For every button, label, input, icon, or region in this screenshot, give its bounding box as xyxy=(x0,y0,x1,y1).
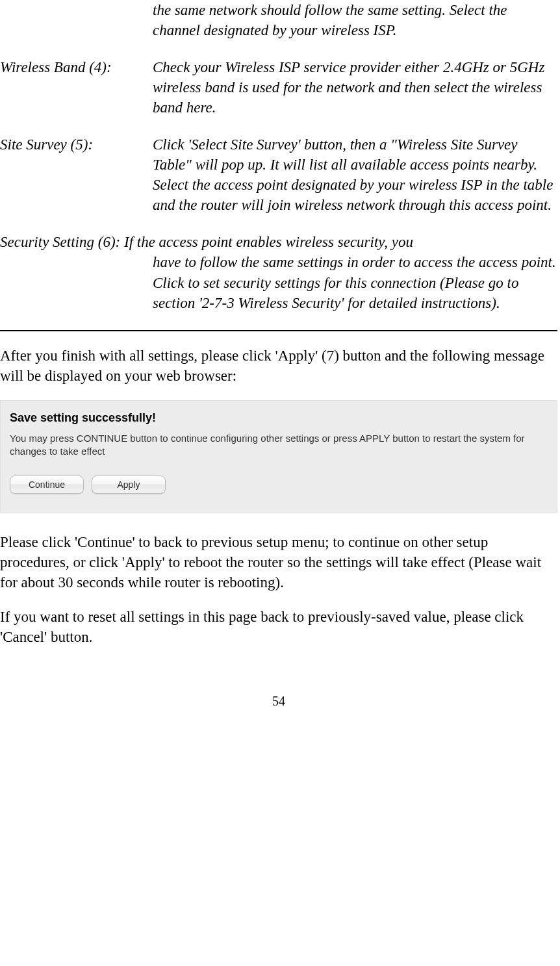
section-divider xyxy=(0,330,557,331)
definition-label-site-survey: Site Survey (5): xyxy=(0,134,153,215)
definition-label-wireless-band: Wireless Band (4): xyxy=(0,57,153,118)
save-success-panel: Save setting successfully! You may press… xyxy=(0,400,557,513)
definition-row-site-survey: Site Survey (5): Click 'Select Site Surv… xyxy=(0,134,557,215)
continue-button[interactable]: Continue xyxy=(10,476,84,494)
apply-button[interactable]: Apply xyxy=(92,476,166,494)
definition-value-security-first-line: If the access point enables wireless sec… xyxy=(124,234,413,250)
definition-label-security-setting: Security Setting (6): xyxy=(0,234,124,250)
definition-value-site-survey: Click 'Select Site Survey' button, then … xyxy=(153,134,557,215)
definition-value-security-cont: have to follow the same settings in orde… xyxy=(153,252,557,312)
definition-value-wireless-band: Check your Wireless ISP service provider… xyxy=(153,57,557,118)
panel-button-row: Continue Apply xyxy=(10,476,548,494)
definition-row-security-setting: Security Setting (6): If the access poin… xyxy=(0,232,557,312)
paragraph-reset: If you want to reset all settings in thi… xyxy=(0,607,557,647)
paragraph-continue: Please click 'Continue' to back to previ… xyxy=(0,532,557,592)
paragraph-after-apply: After you finish with all settings, plea… xyxy=(0,346,557,386)
panel-description: You may press CONTINUE button to continu… xyxy=(10,432,548,457)
panel-title: Save setting successfully! xyxy=(10,410,548,426)
definition-value-channel-cont: the same network should follow the same … xyxy=(153,0,557,40)
definition-row-wireless-band: Wireless Band (4): Check your Wireless I… xyxy=(0,57,557,118)
page-number: 54 xyxy=(0,693,557,710)
definition-label-placeholder xyxy=(0,0,153,40)
definition-row-channel-cont: the same network should follow the same … xyxy=(0,0,557,40)
